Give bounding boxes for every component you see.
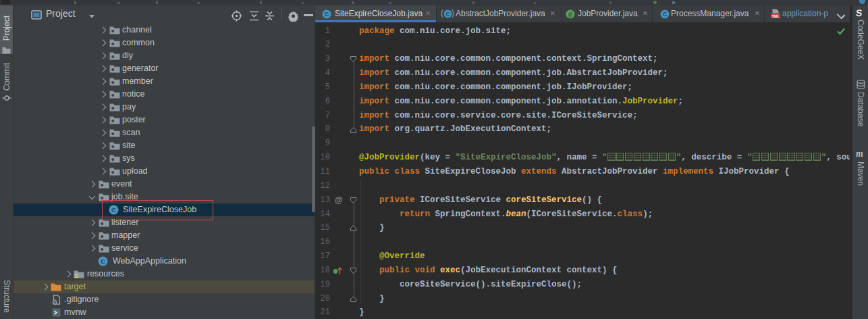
svg-text:C: C xyxy=(445,11,450,18)
svg-text:C: C xyxy=(325,11,329,18)
svg-text:C: C xyxy=(663,11,668,18)
svg-text:@: @ xyxy=(568,11,572,19)
svg-text:C: C xyxy=(101,257,105,265)
svg-text:YML: YML xyxy=(771,14,780,18)
